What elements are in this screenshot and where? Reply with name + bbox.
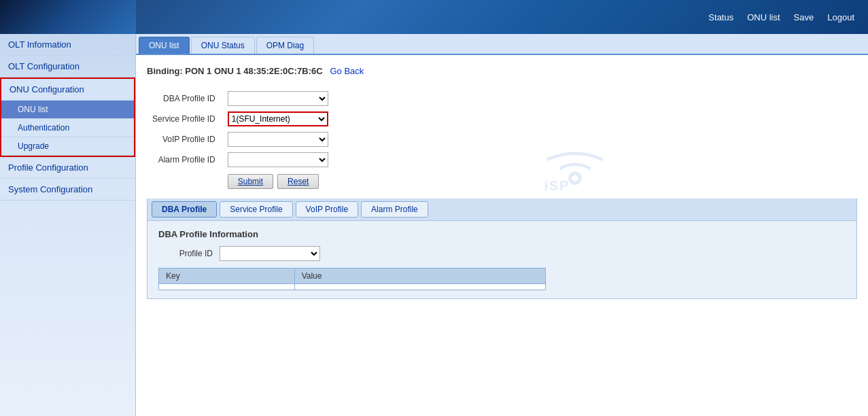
dba-section-title: DBA Profile Information xyxy=(158,229,846,239)
sidebar: OLT Information OLT Configuration ONU Co… xyxy=(0,34,136,416)
dba-profile-id-label: DBA Profile ID xyxy=(147,88,222,109)
content-inner: ONU list ONU Status OPM Diag Binding: PO… xyxy=(136,34,868,306)
nav-logout[interactable]: Logout xyxy=(827,12,854,22)
sidebar-item-onu-configuration[interactable]: ONU Configuration xyxy=(1,79,134,101)
header-nav: Status ONU list Save Logout xyxy=(708,12,854,22)
reset-button[interactable]: Reset xyxy=(277,174,319,189)
sidebar-content: OLT Information OLT Configuration ONU Co… xyxy=(0,34,135,201)
nav-onu-list[interactable]: ONU list xyxy=(747,12,780,22)
kv-table-key-header: Key xyxy=(159,268,295,284)
table-value-cell xyxy=(294,284,545,290)
service-profile-id-label: Service Profile ID xyxy=(147,109,222,129)
profile-form: DBA Profile ID Service Profile ID 1(SFU_… xyxy=(147,88,334,192)
nav-status[interactable]: Status xyxy=(708,12,733,22)
table-key-cell xyxy=(159,284,295,290)
top-tab-bar: ONU list ONU Status OPM Diag xyxy=(136,34,868,55)
svg-point-0 xyxy=(570,173,580,184)
sidebar-child-authentication[interactable]: Authentication xyxy=(1,119,134,137)
sidebar-item-olt-information[interactable]: OLT Information xyxy=(0,34,135,56)
header-bg-decoration xyxy=(0,0,136,34)
voip-profile-id-select[interactable] xyxy=(228,132,328,147)
dba-profile-id-form-select[interactable] xyxy=(220,246,320,261)
dba-section: iSP DBA Profile Information Profile ID xyxy=(147,221,857,299)
sidebar-item-system-configuration[interactable]: System Configuration xyxy=(0,179,135,201)
dba-profile-id-select[interactable] xyxy=(228,91,328,106)
go-back-link[interactable]: Go Back xyxy=(330,66,364,76)
profile-tab-service[interactable]: Service Profile xyxy=(220,201,292,218)
sidebar-group-onu-configuration: ONU Configuration ONU list Authenticatio… xyxy=(0,77,135,157)
tab-onu-status[interactable]: ONU Status xyxy=(191,37,255,54)
sidebar-item-olt-configuration[interactable]: OLT Configuration xyxy=(0,56,135,77)
top-header: Status ONU list Save Logout xyxy=(0,0,868,34)
alarm-profile-id-label: Alarm Profile ID xyxy=(147,150,222,170)
sidebar-child-onu-list[interactable]: ONU list xyxy=(1,101,134,119)
voip-profile-id-label: VoIP Profile ID xyxy=(147,129,222,150)
service-profile-id-select[interactable]: 1(SFU_Internet) xyxy=(228,111,328,126)
table-row xyxy=(159,284,546,290)
main-section: Binding: PON 1 ONU 1 48:35:2E:0C:7B:6C G… xyxy=(136,55,868,306)
sidebar-item-profile-configuration[interactable]: Profile Configuration xyxy=(0,157,135,179)
kv-table-value-header: Value xyxy=(294,268,545,284)
sidebar-child-upgrade[interactable]: Upgrade xyxy=(1,137,134,156)
watermark: iSP xyxy=(507,142,643,198)
tab-opm-diag[interactable]: OPM Diag xyxy=(256,37,314,54)
dba-profile-id-row: Profile ID xyxy=(158,246,846,261)
profile-tab-alarm[interactable]: Alarm Profile xyxy=(361,201,428,218)
nav-save[interactable]: Save xyxy=(794,12,814,22)
binding-text: Binding: PON 1 ONU 1 48:35:2E:0C:7B:6C xyxy=(147,66,323,76)
profile-tab-bar: DBA Profile Service Profile VoIP Profile… xyxy=(147,198,857,221)
binding-info: Binding: PON 1 ONU 1 48:35:2E:0C:7B:6C G… xyxy=(147,62,857,80)
submit-button[interactable]: Submit xyxy=(228,174,273,189)
profile-tab-dba[interactable]: DBA Profile xyxy=(152,201,217,218)
content-area: ONU list ONU Status OPM Diag Binding: PO… xyxy=(136,34,868,416)
main-layout: OLT Information OLT Configuration ONU Co… xyxy=(0,34,868,416)
svg-text:iSP: iSP xyxy=(544,178,570,193)
kv-table: Key Value xyxy=(158,268,546,290)
dba-profile-id-form-label: Profile ID xyxy=(158,249,220,258)
profile-tab-voip[interactable]: VoIP Profile xyxy=(296,201,358,218)
alarm-profile-id-select[interactable] xyxy=(228,152,328,167)
tab-onu-list[interactable]: ONU list xyxy=(139,37,190,54)
